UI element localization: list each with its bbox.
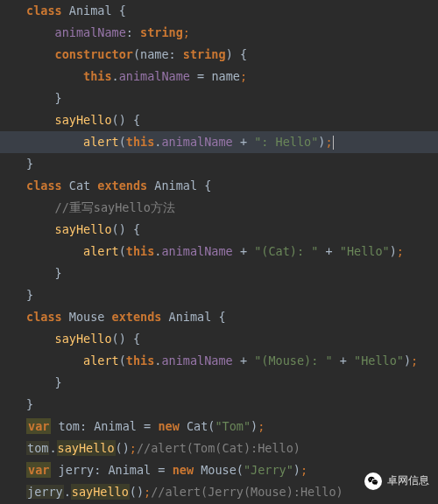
code-line: alert(this.animalName + "(Cat): " + "Hel… — [26, 241, 438, 262]
keyword-extends: extends — [97, 178, 147, 192]
code-line: //重写sayHello方法 — [26, 197, 438, 219]
code-line: sayHello() { — [26, 219, 438, 241]
keyword-this: this — [83, 69, 112, 83]
type-string: string — [140, 25, 183, 39]
keyword-var: var — [28, 419, 49, 433]
comment: //alert(Jerry(Mouse):Hello) — [151, 485, 343, 499]
code-line: sayHello() { — [26, 328, 438, 350]
text-cursor — [333, 136, 334, 150]
code-line: } — [26, 372, 438, 394]
code-block: class Animal { animalName: string; const… — [0, 0, 438, 503]
code-line: var tom: Animal = new Cat("Tom"); — [26, 416, 438, 438]
code-line: alert(this.animalName + "(Mouse): " + "H… — [26, 350, 438, 372]
code-line: animalName: string; — [26, 22, 438, 44]
code-line: class Animal { — [26, 0, 438, 22]
comment: //alert(Tom(Cat):Hello) — [137, 441, 300, 455]
code-line: class Mouse extends Animal { — [26, 306, 438, 328]
keyword-new: new — [158, 419, 179, 433]
fn-alert: alert — [83, 135, 119, 149]
code-line: class Cat extends Animal { — [26, 175, 438, 197]
method-name: sayHello — [55, 113, 112, 127]
wechat-icon — [364, 472, 382, 490]
keyword-constructor: constructor — [55, 47, 133, 61]
code-line: this.animalName = name; — [26, 66, 438, 88]
keyword-class: class — [26, 4, 62, 18]
property: animalName — [55, 25, 126, 39]
code-line: } — [26, 262, 438, 284]
class-name: Animal — [69, 4, 112, 18]
watermark-label: 卓网信息 — [387, 470, 429, 492]
code-line: constructor(name: string) { — [26, 44, 438, 66]
watermark: 卓网信息 — [364, 470, 429, 492]
code-line: tom.sayHello();//alert(Tom(Cat):Hello) — [26, 438, 438, 459]
code-line-highlighted: alert(this.animalName + ": Hello"); — [0, 131, 438, 153]
code-line: } — [26, 88, 438, 109]
comment: //重写sayHello方法 — [55, 200, 175, 214]
code-line: } — [26, 153, 438, 175]
code-line: sayHello() { — [26, 109, 438, 131]
code-line: } — [26, 284, 438, 306]
code-line: } — [26, 394, 438, 416]
